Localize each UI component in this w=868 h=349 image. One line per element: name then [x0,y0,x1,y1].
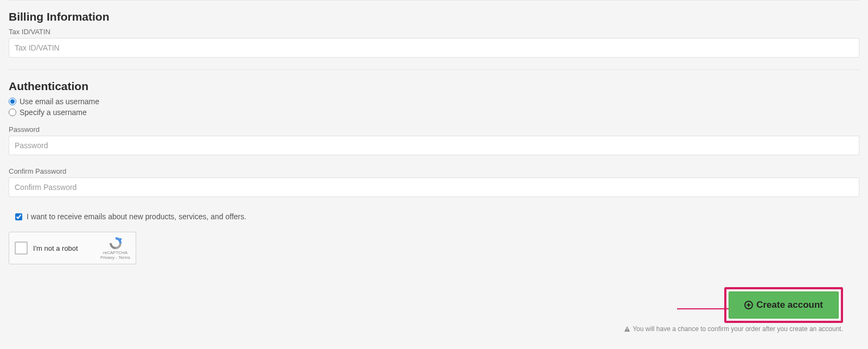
section-divider-top [9,0,859,1]
recaptcha-terms-text: Privacy - Terms [100,256,130,261]
specify-username-radio-label[interactable]: Specify a username [20,108,87,117]
specify-username-radio[interactable] [9,109,16,116]
marketing-consent-checkbox[interactable] [15,213,22,220]
username-option-specify-row[interactable]: Specify a username [9,108,859,117]
password-input[interactable] [9,136,859,155]
recaptcha-logo-icon [108,236,123,250]
tax-id-input[interactable] [9,38,859,58]
marketing-consent-row[interactable]: I want to receive emails about new produ… [15,212,859,221]
confirm-order-hint-text: You will have a chance to confirm your o… [633,325,843,333]
create-account-button[interactable]: Create account [729,291,839,319]
tax-id-label: Tax ID/VATIN [9,28,859,36]
recaptcha-widget[interactable]: I'm not a robot reCAPTCHA Privacy - Term… [9,232,136,264]
password-label: Password [9,125,859,134]
recaptcha-label: I'm not a robot [33,244,100,252]
create-account-button-label: Create account [756,300,823,310]
marketing-consent-label[interactable]: I want to receive emails about new produ… [27,212,246,221]
confirm-password-input[interactable] [9,177,859,197]
confirm-order-hint: You will have a chance to confirm your o… [624,325,843,333]
use-email-radio[interactable] [9,98,16,105]
svg-rect-7 [627,328,628,330]
svg-rect-8 [627,331,628,331]
billing-information-heading: Billing Information [9,10,859,23]
username-option-email-row[interactable]: Use email as username [9,97,859,106]
recaptcha-brand: reCAPTCHA Privacy - Terms [100,236,130,261]
recaptcha-checkbox[interactable] [15,242,28,255]
warning-icon [624,326,630,332]
plus-circle-icon [744,301,753,309]
use-email-radio-label[interactable]: Use email as username [20,97,99,106]
confirm-password-label: Confirm Password [9,167,859,175]
section-divider-auth [9,69,859,70]
authentication-heading: Authentication [9,80,859,93]
create-account-highlight-box: Create account [724,287,843,323]
